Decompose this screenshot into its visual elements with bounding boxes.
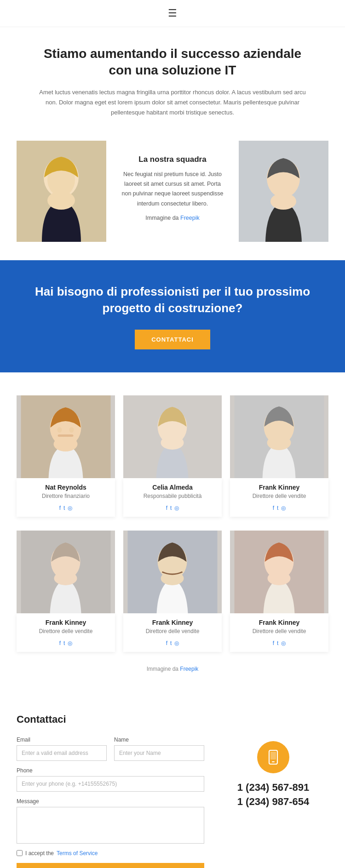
frank3-social: f t ◎ xyxy=(127,638,218,648)
contact-section: Contattaci Email Name Phone xyxy=(0,695,345,868)
frank3-name: Frank Kinney xyxy=(127,619,218,626)
instagram-icon[interactable]: ◎ xyxy=(68,640,72,646)
phone-icon-circle xyxy=(257,741,289,773)
hero-section: Stiamo aumentando il successo aziendale … xyxy=(0,27,345,131)
instagram-icon[interactable]: ◎ xyxy=(174,505,179,511)
phone-numbers: 1 (234) 567-891 1 (234) 987-654 xyxy=(237,781,310,809)
frank4-name: Frank Kinney xyxy=(234,619,325,626)
phone-number-1: 1 (234) 567-891 xyxy=(237,781,310,795)
nat-photo xyxy=(17,395,115,478)
svg-point-27 xyxy=(268,571,291,585)
team-intro-section: La nostra squadra Nec feugiat nisl preti… xyxy=(0,131,345,251)
message-label: Message xyxy=(17,798,204,805)
team-intro-freepik: Immagine da Freepik xyxy=(145,213,199,223)
frank1-photo xyxy=(230,395,328,478)
team-row-1: Nat Reynolds Direttore finanziario f t ◎ xyxy=(17,395,328,517)
phone-row: Phone xyxy=(17,767,204,792)
contattaci-button[interactable]: CONTATTACI xyxy=(135,330,210,349)
frank1-social: f t ◎ xyxy=(234,503,325,513)
celia-name: Celia Almeda xyxy=(127,484,218,491)
frank1-info: Frank Kinney Direttore delle vendite f t… xyxy=(230,478,328,517)
twitter-icon[interactable]: t xyxy=(63,640,65,646)
frank2-name: Frank Kinney xyxy=(20,619,111,626)
frank3-photo xyxy=(123,531,222,613)
email-input[interactable] xyxy=(17,745,107,761)
frank3-info: Frank Kinney Direttore delle vendite f t… xyxy=(123,613,222,652)
instagram-icon[interactable]: ◎ xyxy=(68,505,72,511)
facebook-icon[interactable]: f xyxy=(273,640,274,646)
svg-rect-12 xyxy=(58,434,74,437)
nat-social: f t ◎ xyxy=(20,503,111,513)
contact-right: 1 (234) 567-891 1 (234) 987-654 xyxy=(218,737,328,868)
name-group: Name xyxy=(114,737,204,761)
team-intro-heading: La nostra squadra xyxy=(138,155,206,164)
frank1-name: Frank Kinney xyxy=(234,484,325,491)
frank2-photo xyxy=(17,531,115,613)
celia-info: Celia Almeda Responsabile pubblicità f t… xyxy=(123,478,222,517)
instagram-icon[interactable]: ◎ xyxy=(281,505,286,511)
message-row: Message xyxy=(17,798,204,844)
svg-point-21 xyxy=(54,571,77,585)
frank4-info: Frank Kinney Direttore delle vendite f t… xyxy=(230,613,328,652)
team-freepik-note: Immagine da Freepik xyxy=(17,666,328,672)
svg-point-18 xyxy=(267,435,291,450)
team-card-frank3: Frank Kinney Direttore delle vendite f t… xyxy=(123,531,222,652)
team-card-nat: Nat Reynolds Direttore finanziario f t ◎ xyxy=(17,395,115,517)
nat-info: Nat Reynolds Direttore finanziario f t ◎ xyxy=(17,478,115,517)
facebook-icon[interactable]: f xyxy=(59,640,61,646)
frank3-role: Direttore delle vendite xyxy=(127,628,218,634)
terms-link[interactable]: Terms of Service xyxy=(57,850,98,857)
freepik-link-team[interactable]: Freepik xyxy=(180,666,198,672)
twitter-icon[interactable]: t xyxy=(170,640,172,646)
hamburger-icon[interactable]: ☰ xyxy=(168,7,177,19)
celia-role: Responsabile pubblicità xyxy=(127,493,218,499)
twitter-icon[interactable]: t xyxy=(277,505,278,511)
phone-group: Phone xyxy=(17,767,204,792)
terms-checkbox[interactable] xyxy=(17,850,23,856)
message-input[interactable] xyxy=(17,807,204,844)
hero-description: Amet luctus venenatis lectus magna fring… xyxy=(37,87,308,118)
team-grid: Nat Reynolds Direttore finanziario f t ◎ xyxy=(0,372,345,695)
celia-photo xyxy=(123,395,222,478)
facebook-icon[interactable]: f xyxy=(166,505,167,511)
phone-icon xyxy=(265,749,281,765)
phone-input[interactable] xyxy=(17,776,204,792)
submit-button[interactable]: INVIA xyxy=(17,863,204,868)
message-group: Message xyxy=(17,798,204,844)
svg-point-9 xyxy=(54,437,78,451)
svg-point-11 xyxy=(69,427,74,433)
team-row-2: Frank Kinney Direttore delle vendite f t… xyxy=(17,531,328,652)
facebook-icon[interactable]: f xyxy=(273,505,274,511)
frank1-role: Direttore delle vendite xyxy=(234,493,325,499)
team-card-frank1: Frank Kinney Direttore delle vendite f t… xyxy=(230,395,328,517)
instagram-icon[interactable]: ◎ xyxy=(281,640,286,646)
hero-title: Stiamo aumentando il successo aziendale … xyxy=(37,46,308,79)
nat-role: Direttore finanziario xyxy=(20,493,111,499)
twitter-icon[interactable]: t xyxy=(277,640,278,646)
nat-name: Nat Reynolds xyxy=(20,484,111,491)
svg-point-15 xyxy=(161,436,184,450)
header: ☰ xyxy=(0,0,345,27)
frank4-social: f t ◎ xyxy=(234,638,325,648)
team-intro-content: La nostra squadra Nec feugiat nisl preti… xyxy=(106,141,239,242)
twitter-icon[interactable]: t xyxy=(170,505,172,511)
frank2-info: Frank Kinney Direttore delle vendite f t… xyxy=(17,613,115,652)
name-input[interactable] xyxy=(114,745,204,761)
instagram-icon[interactable]: ◎ xyxy=(174,640,179,646)
facebook-icon[interactable]: f xyxy=(59,505,61,511)
svg-rect-29 xyxy=(272,761,275,762)
svg-point-6 xyxy=(270,193,296,210)
svg-rect-30 xyxy=(270,752,276,760)
twitter-icon[interactable]: t xyxy=(63,505,65,511)
email-label: Email xyxy=(17,737,107,743)
freepik-link-intro[interactable]: Freepik xyxy=(180,215,200,221)
facebook-icon[interactable]: f xyxy=(166,640,167,646)
email-group: Email xyxy=(17,737,107,761)
email-name-row: Email Name xyxy=(17,737,204,761)
frank4-role: Direttore delle vendite xyxy=(234,628,325,634)
team-intro-text: Nec feugiat nisl pretium fusce id. Justo… xyxy=(120,170,225,209)
name-label: Name xyxy=(114,737,204,743)
frank2-social: f t ◎ xyxy=(20,638,111,648)
banner-section: Hai bisogno di professionisti per il tuo… xyxy=(0,260,345,372)
frank2-role: Direttore delle vendite xyxy=(20,628,111,634)
